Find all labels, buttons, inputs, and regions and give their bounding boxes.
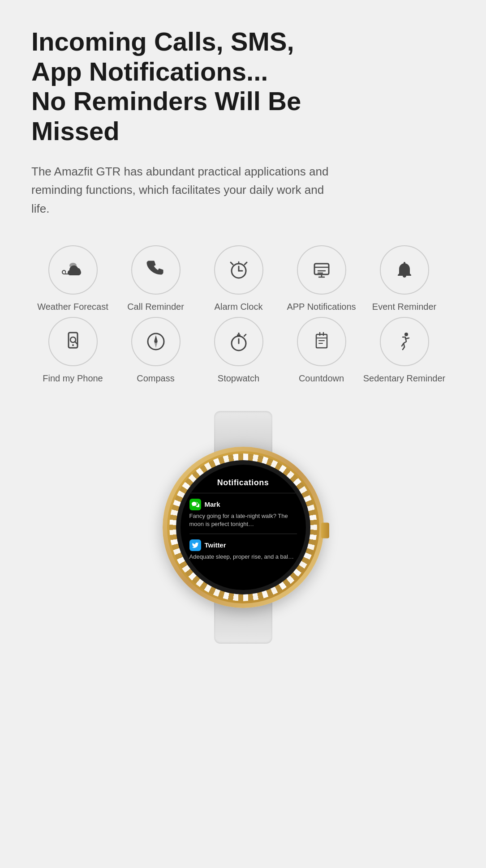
compass-icon: [144, 330, 168, 353]
stopwatch-circle: [214, 317, 263, 366]
svg-point-12: [72, 344, 74, 346]
feature-sedentary-reminder: Sedentary Reminder: [363, 317, 446, 384]
findphone-icon: [61, 330, 85, 353]
icons-row-1: Weather Forecast Call Reminder: [31, 245, 455, 312]
call-reminder-label: Call Reminder: [127, 301, 184, 312]
svg-point-18: [155, 340, 157, 343]
wechat-app-icon: [189, 499, 201, 510]
find-my-phone-circle: [48, 317, 98, 366]
headline-line3: No Reminders Will Be Missed: [31, 86, 301, 145]
app-notifications-circle: [297, 245, 346, 295]
svg-line-22: [244, 334, 246, 336]
svg-rect-21: [237, 334, 241, 336]
features-grid: Weather Forecast Call Reminder: [31, 245, 455, 384]
main-headline: Incoming Calls, SMS, App Notifications..…: [31, 27, 367, 146]
headline-line1: Incoming Calls, SMS,: [31, 27, 294, 56]
notif-1-sender: Mark: [205, 500, 220, 508]
svg-line-31: [402, 343, 404, 346]
feature-event-reminder: Event Reminder: [363, 245, 446, 312]
notification-icon: [310, 258, 333, 282]
svg-line-5: [245, 262, 247, 265]
watch-crown: [321, 522, 329, 538]
event-reminder-label: Event Reminder: [372, 301, 436, 312]
cloud-icon: [61, 258, 85, 282]
sedentary-reminder-circle: [380, 317, 429, 366]
svg-line-4: [231, 262, 233, 265]
svg-point-30: [404, 333, 408, 336]
feature-countdown: Countdown: [280, 317, 363, 384]
twitter-app-icon: [189, 539, 201, 551]
event-reminder-circle: [380, 245, 429, 295]
sedentary-icon: [393, 330, 416, 353]
feature-app-notifications: APP Notifications: [280, 245, 363, 312]
notif-2-header: Twitter: [189, 539, 297, 551]
screen-content: Notifications: [181, 465, 306, 590]
call-reminder-circle: [131, 245, 181, 295]
compass-circle: [131, 317, 181, 366]
watch-case: Notifications: [163, 447, 324, 608]
icons-row-2: Find my Phone Compass: [31, 317, 455, 384]
bell-icon: [393, 258, 416, 282]
find-my-phone-label: Find my Phone: [43, 372, 103, 384]
app-notifications-label: APP Notifications: [287, 301, 356, 312]
notification-item-1: Mark Fancy going for a late-night walk? …: [189, 499, 297, 528]
notifications-title: Notifications: [189, 478, 297, 487]
compass-label: Compass: [137, 372, 174, 384]
alarm-icon: [227, 258, 250, 282]
weather-forecast-circle: [48, 245, 98, 295]
notif-2-sender: Twitter: [205, 541, 226, 549]
description-text: The Amazfit GTR has abundant practical a…: [31, 162, 345, 218]
notif-1-message: Fancy going for a late-night walk? The m…: [189, 512, 297, 528]
svg-point-0: [69, 263, 77, 268]
watch-outer: Notifications: [149, 411, 337, 644]
svg-point-23: [238, 333, 240, 334]
notif-2-message: Adequate sleep, proper rise, and a bal…: [189, 553, 297, 561]
watch-section: Notifications: [31, 411, 455, 644]
page-container: Incoming Calls, SMS, App Notifications..…: [0, 0, 486, 680]
feature-compass: Compass: [114, 317, 197, 384]
feature-stopwatch: Stopwatch: [197, 317, 280, 384]
phone-icon: [144, 258, 168, 282]
watch-bezel: Notifications: [167, 451, 319, 603]
weather-forecast-label: Weather Forecast: [37, 301, 108, 312]
feature-find-my-phone: Find my Phone: [31, 317, 114, 384]
alarm-clock-circle: [214, 245, 263, 295]
countdown-label: Countdown: [299, 372, 344, 384]
svg-line-32: [403, 347, 404, 350]
watch-screen: Notifications: [181, 465, 306, 590]
notification-item-2: Twitter Adequate sleep, proper rise, and…: [189, 539, 297, 561]
notif-divider: [189, 493, 297, 493]
feature-alarm-clock: Alarm Clock: [197, 245, 280, 312]
notif-1-header: Mark: [189, 499, 297, 510]
feature-weather-forecast: Weather Forecast: [31, 245, 114, 312]
watch-inner-ring: Notifications: [176, 460, 310, 594]
countdown-circle: [297, 317, 346, 366]
countdown-icon: [310, 330, 333, 353]
sedentary-reminder-label: Sedentary Reminder: [363, 372, 445, 384]
headline-line2: App Notifications...: [31, 57, 268, 86]
feature-call-reminder: Call Reminder: [114, 245, 197, 312]
stopwatch-label: Stopwatch: [218, 372, 259, 384]
stopwatch-icon: [227, 330, 250, 353]
notif-divider-2: [189, 534, 297, 534]
alarm-clock-label: Alarm Clock: [215, 301, 263, 312]
